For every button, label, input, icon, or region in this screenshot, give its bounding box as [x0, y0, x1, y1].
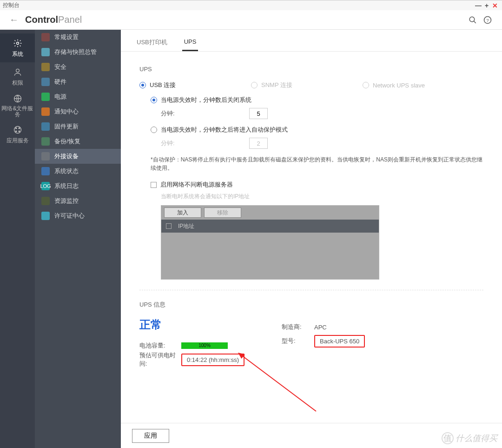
autoprotect-note: *自动保护：NAS将停止所有执行中服务且卸载所有磁盘区来保护您的资料。当供电恢复… — [151, 155, 483, 172]
section-ups-title: UPS — [139, 66, 483, 73]
model-label: 型号: — [282, 337, 314, 345]
sidebar-item-external[interactable]: 外接设备 — [35, 149, 121, 164]
model-value: Back-UPS 650 — [314, 335, 365, 348]
sidebar-item-security[interactable]: 安全 — [35, 60, 121, 74]
nav-label: 应用服务 — [7, 137, 29, 145]
ip-table-header: IP地址 — [161, 220, 379, 233]
content-scroll[interactable]: UPS USB 连接 SNMP 连接 Network UPS slave — [121, 52, 502, 423]
storage-icon — [41, 48, 50, 56]
window-close-icon[interactable]: ✕ — [491, 2, 499, 9]
sidebar-item-power[interactable]: 电源 — [35, 89, 121, 104]
ip-add-button[interactable]: 加入 — [164, 207, 201, 218]
svg-point-4 — [16, 42, 19, 44]
estimate-value: 0:14:22 (hh:mm:ss) — [181, 354, 244, 366]
sidebar-item-backup[interactable]: 备份/恢复 — [35, 134, 121, 149]
back-arrow-icon[interactable]: ← — [9, 14, 19, 25]
radio-usb-connection[interactable] — [139, 82, 146, 88]
device-icon — [41, 152, 50, 160]
user-icon — [13, 67, 23, 77]
lock-icon — [41, 63, 50, 71]
radio-shutdown-after-minutes[interactable] — [151, 97, 157, 103]
sidebar-item-license[interactable]: 许可证中心 — [35, 208, 121, 223]
nav-item-network[interactable]: 网络&文件服务 — [0, 91, 35, 120]
svg-point-5 — [16, 69, 19, 72]
estimate-label: 预估可供电时间: — [139, 351, 181, 368]
tab-usb-printer[interactable]: USB打印机 — [135, 35, 169, 51]
radio-network-ups-slave[interactable] — [363, 82, 369, 88]
connection-radio-row: USB 连接 SNMP 连接 Network UPS slave — [139, 81, 483, 89]
checkbox-enable-nut[interactable] — [151, 182, 157, 188]
globe-icon — [13, 94, 23, 104]
divider — [139, 290, 483, 290]
sidebar-item-firmware[interactable]: 固件更新 — [35, 119, 121, 134]
nav-label: 权限 — [12, 79, 23, 87]
ups-status: 正常 — [139, 317, 244, 332]
sidebar-item-logs[interactable]: LOG系统日志 — [35, 179, 121, 194]
svg-line-1 — [474, 21, 476, 23]
app-title: ControlPanel — [25, 14, 82, 25]
svg-text:?: ? — [486, 17, 489, 22]
nut-note: 当断电时系统将会通知以下的IP地址 — [161, 193, 483, 201]
mfr-value: APC — [314, 324, 327, 331]
main-panel: USB打印机 UPS UPS USB 连接 SNMP 连接 Network UP… — [121, 30, 502, 448]
sidebar: 常规设置 存储与快照总管 安全 硬件 电源 通知中心 固件更新 备份/恢复 外接… — [35, 30, 121, 448]
chart-icon — [41, 197, 50, 205]
gear-icon — [13, 38, 23, 48]
ip-remove-button[interactable]: 移除 — [204, 207, 241, 218]
sidebar-item-resource[interactable]: 资源监控 — [35, 194, 121, 208]
apply-button[interactable]: 应用 — [132, 429, 169, 443]
minutes-input-shutdown[interactable] — [249, 108, 268, 119]
nav-rail: 系统 权限 网络&文件服务 应用服务 — [0, 30, 35, 448]
ip-table-body — [161, 233, 379, 279]
hardware-icon — [41, 78, 50, 86]
tab-ups[interactable]: UPS — [182, 35, 198, 51]
svg-point-7 — [14, 126, 21, 133]
monitor-icon — [41, 167, 50, 175]
svg-point-8 — [15, 127, 17, 129]
ups-info-grid: 正常 电池容量: 100% 预估可供电时间: 0:14:22 (hh:mm:ss… — [139, 317, 483, 367]
nav-item-privilege[interactable]: 权限 — [0, 62, 35, 91]
svg-point-10 — [15, 131, 17, 132]
settings-icon — [41, 33, 50, 41]
update-icon — [41, 122, 50, 131]
license-icon — [41, 212, 50, 220]
ip-header-checkbox[interactable] — [166, 223, 172, 229]
window-minimize-icon[interactable]: — — [474, 2, 482, 9]
sidebar-item-notification[interactable]: 通知中心 — [35, 104, 121, 119]
svg-point-0 — [469, 17, 475, 22]
minutes-input-autoprotect — [249, 138, 268, 149]
nav-label: 系统 — [12, 50, 23, 58]
battery-bar: 100% — [181, 342, 228, 349]
radio-autoprotect-after-minutes[interactable] — [151, 127, 157, 133]
radio-snmp-connection[interactable] — [251, 82, 258, 88]
svg-point-11 — [19, 131, 20, 132]
bell-icon — [41, 107, 50, 116]
sidebar-item-general[interactable]: 常规设置 — [35, 30, 121, 45]
svg-point-9 — [19, 127, 20, 129]
ups-info-title: UPS 信息 — [139, 301, 483, 309]
footer: 应用 — [121, 423, 502, 448]
window-header: ← ControlPanel ? — [0, 10, 502, 30]
search-icon[interactable] — [468, 15, 478, 25]
nav-label: 网络&文件服务 — [0, 106, 35, 118]
sidebar-item-hardware[interactable]: 硬件 — [35, 74, 121, 89]
shutdown-options: 当电源失效时，分钟数后关闭系统 分钟: 当电源失效时，分钟数之后将进入自动保护模… — [151, 96, 483, 149]
help-icon[interactable]: ? — [482, 15, 493, 25]
nav-item-apps[interactable]: 应用服务 — [0, 120, 35, 149]
power-icon — [41, 93, 50, 101]
log-icon: LOG — [41, 182, 50, 190]
apps-icon — [13, 125, 23, 135]
battery-label: 电池容量: — [139, 341, 181, 350]
backup-icon — [41, 137, 50, 146]
ip-address-panel: 加入 移除 IP地址 — [161, 205, 379, 280]
window-maximize-icon[interactable]: + — [482, 2, 491, 9]
tabs: USB打印机 UPS — [121, 30, 502, 52]
nav-item-system[interactable]: 系统 — [0, 33, 35, 62]
titlebar-text: 控制台 — [3, 1, 20, 9]
mfr-label: 制造商: — [282, 323, 314, 331]
sidebar-item-status[interactable]: 系统状态 — [35, 164, 121, 179]
sidebar-item-storage[interactable]: 存储与快照总管 — [35, 45, 121, 60]
os-titlebar: 控制台 — + ✕ — [0, 0, 502, 10]
